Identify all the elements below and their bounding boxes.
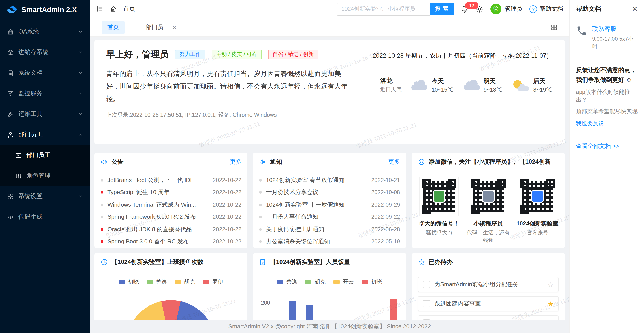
weather-day-temp: 9~18℃ — [484, 86, 502, 93]
legend-item[interactable]: 善逸 — [147, 278, 167, 286]
sidebar-item-role-mgmt[interactable]: 角色管理 — [0, 165, 90, 186]
sidebar: SmartAdmin 2.X OA系统 进销存系统 系统文档 监控服务 — [0, 0, 90, 333]
item-text: 1024创新实验室 十一放假通知 — [266, 201, 368, 209]
item-text: Spring Framework 6.0.0 RC2 发布 — [108, 213, 209, 221]
notices-more-link[interactable]: 更多 — [388, 158, 400, 166]
contact-support: 联系客服 9:00-17:00 5x7小时 — [576, 25, 638, 50]
user-menu[interactable]: 管 管理员 — [490, 3, 522, 14]
weather-day-label: 明天 — [484, 77, 502, 85]
chevron-down-icon — [78, 112, 83, 116]
checkbox[interactable] — [423, 281, 430, 288]
main-column: 首页 搜 索 12 管 管理员 ? 帮助文档 — [90, 0, 569, 333]
weather-city: 洛龙 近日天气 — [380, 77, 402, 93]
announcement-item[interactable]: Oracle 推出 JDK 8 的直接替代品2022-10-22 — [101, 223, 242, 236]
legend-label: 善逸 — [156, 278, 167, 286]
checkbox[interactable] — [423, 300, 430, 307]
star-icon — [418, 259, 425, 266]
layout-grid-icon[interactable] — [550, 24, 558, 31]
header-actions: 搜 索 12 管 管理员 ? 帮助文档 — [337, 2, 563, 15]
chevron-down-icon — [78, 71, 83, 75]
fanliang-legend: 善逸 胡克 开云 初晓 — [253, 272, 406, 286]
qr-caption-title: 小镇程序员 — [465, 220, 512, 228]
wechat-card: 添加微信，关注【小镇程序员】、【1024创新 卓大的微信号！ 骚扰卓大 :) 小… — [412, 153, 565, 248]
help-doc-button[interactable]: ? 帮助文档 — [530, 5, 563, 13]
notice-item[interactable]: 1024创新实验室 十一放假通知2022-09-29 — [259, 199, 400, 211]
notice-item[interactable]: 办公室消杀关键位置通知2022-05-19 — [259, 236, 400, 248]
notice-item[interactable]: 十月份人事任命通知2022-09-22 — [259, 211, 400, 223]
legend-item[interactable]: 初晓 — [362, 278, 382, 286]
sidebar-item-ops-tools[interactable]: 运维工具 — [0, 104, 90, 124]
qr-center-logo — [482, 190, 494, 203]
notice-item[interactable]: 1024创新实验室 春节放假通知2022-10-21 — [259, 174, 400, 186]
qr-caption-sub: 官方账号 — [514, 229, 561, 237]
tab-close-icon[interactable]: × — [173, 24, 176, 31]
pie-chart-icon — [101, 259, 108, 266]
announcement-item[interactable]: JetBrains Fleet 公测，下一代 IDE2022-10-22 — [101, 174, 242, 186]
notice-item[interactable]: 关于疫情防控上班通知2022-06-28 — [259, 223, 400, 236]
bar — [306, 305, 313, 320]
star-icon[interactable]: ☆ — [548, 320, 554, 320]
sidebar-item-label: 进销存系统 — [18, 48, 48, 56]
sidebar-item-erp[interactable]: 进销存系统 — [0, 42, 90, 63]
home-icon[interactable] — [110, 5, 117, 12]
contact-support-link[interactable]: 联系客服 — [592, 25, 616, 32]
star-filled-icon[interactable]: ★ — [548, 300, 554, 307]
item-date: 2022-10-22 — [213, 202, 242, 208]
app-logo[interactable]: SmartAdmin 2.X — [0, 0, 90, 20]
bullet-dot — [259, 216, 262, 219]
breadcrumb[interactable]: 首页 — [123, 5, 135, 13]
announcement-item[interactable]: Spring Boot 3.0.0 首个 RC 发布2022-10-22 — [101, 236, 242, 248]
user-name: 管理员 — [505, 5, 522, 13]
legend-item[interactable]: 胡克 — [175, 278, 195, 286]
sidebar-item-codegen[interactable]: 代码生成 — [0, 207, 90, 227]
announcements-more-link[interactable]: 更多 — [230, 158, 242, 166]
date-info: 2022-10-28 星期五，农历十月初四（当前霜降，立冬 2022-11-07… — [373, 52, 552, 60]
sidebar-item-monitor[interactable]: 监控服务 — [0, 83, 90, 104]
todo-item: 为SmartAdmin前端小组分配任务 ☆ — [418, 277, 558, 292]
sidebar-item-settings[interactable]: 系统设置 — [0, 186, 90, 207]
weather-day-temp: 8~19℃ — [534, 86, 552, 93]
tab-home[interactable]: 首页 — [102, 21, 125, 33]
item-text: 十月份人事任命通知 — [266, 213, 368, 221]
bullet-dot-red — [101, 228, 104, 231]
sidebar-item-oa[interactable]: OA系统 — [0, 21, 90, 42]
legend-item[interactable]: 罗伊 — [203, 278, 223, 286]
announcement-item[interactable]: Spring Framework 6.0.0 RC2 发布2022-10-22 — [101, 211, 242, 223]
legend-item[interactable]: 初晓 — [118, 278, 139, 286]
qr-caption-sub: 骚扰卓大 :) — [416, 229, 462, 237]
close-icon[interactable]: ✕ — [632, 5, 638, 13]
sidebar-item-docs[interactable]: 系统文档 — [0, 63, 90, 83]
moyu-chart: 初晓 善逸 胡克 罗伊 — [94, 272, 248, 320]
legend-item[interactable]: 开云 — [334, 278, 354, 286]
phone-icon — [576, 25, 588, 37]
notification-bell[interactable]: 12 — [461, 5, 468, 13]
welcome-quote: 青年的肩上，从不只有清风明月，更有责任担当。岁月因青春慨然以赴而更加美好，世间因… — [106, 67, 350, 105]
legend-item[interactable]: 胡克 — [306, 278, 326, 286]
bullet-dot — [259, 179, 262, 182]
legend-swatch — [362, 280, 368, 284]
cloud-icon — [464, 84, 480, 90]
tab-dept-employees[interactable]: 部门员工 × — [140, 21, 182, 33]
legend-label: 开云 — [342, 278, 354, 286]
all-docs-link[interactable]: 查看全部文档 >> — [576, 142, 620, 150]
qr-center-logo — [531, 190, 544, 203]
item-date: 2022-10-21 — [371, 177, 400, 183]
cloud-icon — [412, 84, 428, 90]
search-button[interactable]: 搜 索 — [430, 3, 454, 15]
weather-day-tomorrow: 明天 9~18℃ — [464, 77, 502, 93]
legend-swatch — [306, 280, 312, 284]
feedback-link[interactable]: 我也要反馈 — [576, 120, 604, 127]
search-input[interactable] — [337, 2, 430, 15]
bank-icon — [7, 28, 14, 35]
item-date: 2022-10-22 — [213, 226, 242, 233]
checkbox[interactable] — [423, 319, 430, 320]
sidebar-item-dept[interactable]: 部门员工 — [0, 124, 90, 145]
legend-item[interactable]: 善逸 — [277, 278, 298, 286]
announcement-item[interactable]: TypeScript 诞生 10 周年2022-10-22 — [101, 186, 242, 199]
sidebar-item-dept-employees[interactable]: 部门员工 — [0, 145, 90, 165]
notice-item[interactable]: 十月份技术分享会议2022-10-08 — [259, 186, 400, 199]
help-doc-panel: 帮助文档 ✕ 联系客服 9:00-17:00 5x7小时 反馈让您不满意的点，我… — [569, 0, 644, 333]
announcement-item[interactable]: Windows Terminal 正式成为 Win...2022-10-22 — [101, 199, 242, 211]
star-icon[interactable]: ☆ — [548, 281, 554, 288]
menu-fold-icon[interactable] — [96, 5, 104, 12]
